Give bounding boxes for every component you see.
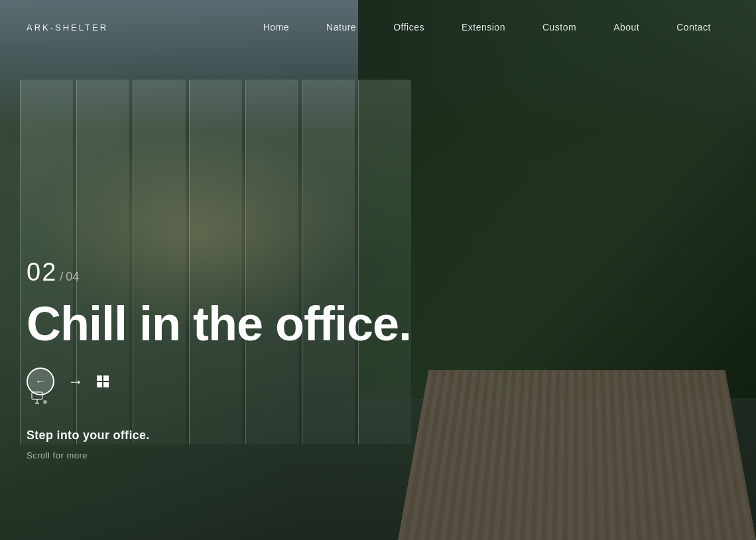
nav-link-offices[interactable]: Offices	[375, 22, 443, 33]
slide-separator: /	[60, 270, 63, 284]
slide-total-number: 04	[66, 270, 79, 284]
next-arrow-icon: →	[68, 372, 84, 391]
nav-link-about[interactable]: About	[595, 22, 658, 33]
nav-item-about[interactable]: About	[595, 21, 658, 33]
nav-link-nature[interactable]: Nature	[308, 22, 375, 33]
nav-link-extension[interactable]: Extension	[443, 22, 524, 33]
svg-point-3	[43, 400, 47, 404]
nav-item-contact[interactable]: Contact	[658, 21, 729, 33]
scroll-label: Scroll for more	[27, 450, 411, 460]
slide-counter: 02 / 04	[27, 258, 411, 287]
hero-subtitle: Step into your office.	[27, 429, 411, 442]
nav-item-offices[interactable]: Offices	[375, 21, 443, 33]
nav-link-home[interactable]: Home	[245, 22, 308, 33]
nav-link-custom[interactable]: Custom	[524, 22, 595, 33]
hero-title: Chill in the office.	[27, 300, 411, 348]
prev-arrow-icon: ←	[35, 375, 46, 387]
prev-slide-button[interactable]: ←	[27, 368, 54, 395]
next-slide-button[interactable]: →	[68, 372, 84, 391]
brand-logo[interactable]: ARK-SHELTER	[27, 23, 108, 33]
main-nav: ARK-SHELTER Home Nature Offices Extensio…	[0, 0, 756, 54]
hero-content: 02 / 04 Chill in the office. ← →	[27, 258, 411, 460]
nav-item-home[interactable]: Home	[245, 21, 308, 33]
grid-view-button[interactable]	[97, 375, 109, 387]
slide-controls: ← →	[27, 368, 411, 395]
deck-stripes	[398, 370, 756, 540]
nav-item-nature[interactable]: Nature	[308, 21, 375, 33]
nav-links: Home Nature Offices Extension Custom Abo…	[245, 21, 729, 33]
cursor-icon	[31, 391, 49, 406]
nav-item-extension[interactable]: Extension	[443, 21, 524, 33]
nav-item-custom[interactable]: Custom	[524, 21, 595, 33]
slide-current-number: 02	[27, 258, 57, 287]
nav-link-contact[interactable]: Contact	[658, 22, 729, 33]
svg-rect-0	[32, 392, 42, 399]
grid-icon	[97, 375, 109, 387]
